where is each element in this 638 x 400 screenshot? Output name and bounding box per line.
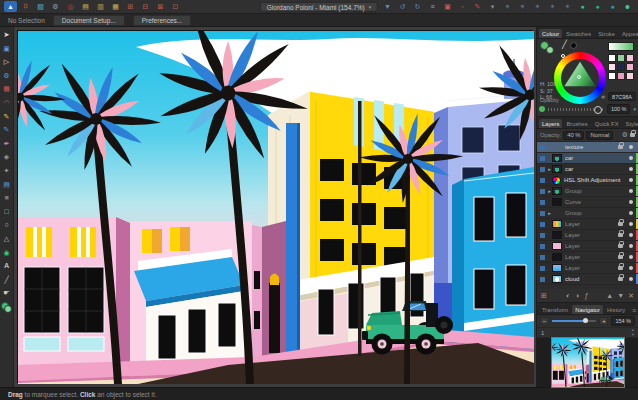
layer-select-square[interactable] (540, 211, 545, 216)
tab-layers[interactable]: Layers (539, 119, 562, 128)
opacity-slider[interactable] (548, 108, 604, 111)
layer-row[interactable]: car (537, 153, 638, 164)
tab-quick-fx[interactable]: Quick FX (592, 119, 622, 128)
view-quality-3[interactable]: ● (606, 1, 619, 12)
colour-swatch[interactable] (617, 63, 625, 71)
geometry-add-button[interactable]: ⊞ (124, 1, 137, 12)
colour-swatch[interactable] (626, 72, 634, 80)
layer-select-square[interactable] (540, 222, 545, 227)
geometry-intersect-button[interactable]: ⊠ (154, 1, 167, 12)
tab-brushes[interactable]: Brushes (563, 119, 590, 128)
more-dropdown[interactable]: ▾ (486, 1, 499, 12)
visibility-dot[interactable] (629, 277, 633, 281)
visibility-dot[interactable] (629, 244, 633, 248)
layer-row[interactable]: Layer (537, 241, 638, 252)
move-tool[interactable]: ➤ (1, 30, 12, 39)
mask-layer-icon[interactable]: ◐ (566, 292, 570, 299)
geometry-subtract-button[interactable]: ⊟ (139, 1, 152, 12)
snapping-target-button[interactable]: ◎ (64, 1, 77, 12)
lock-icon[interactable] (618, 266, 623, 270)
colour-swatch[interactable] (608, 63, 616, 71)
layer-row[interactable]: HSL Shift Adjustment (537, 175, 638, 186)
tab-stroke[interactable]: Stroke (595, 29, 618, 38)
alignment-button[interactable]: ≡ (426, 1, 439, 12)
place-image-tool[interactable]: ▤ (1, 180, 12, 189)
shape-solid-tool[interactable]: ■ (1, 193, 12, 202)
layer-select-square[interactable] (540, 156, 545, 161)
tab-colour[interactable]: Colour (539, 29, 562, 38)
stroke-swatch[interactable] (546, 46, 554, 54)
visibility-dot[interactable] (629, 211, 633, 215)
panel-menu-icon[interactable]: ≡ (632, 307, 636, 314)
colour-swatch[interactable] (626, 54, 634, 62)
tab-swatches[interactable]: Swatches (563, 29, 594, 38)
export-persona-button[interactable]: ▧ (34, 1, 47, 12)
affinity-designer-logo[interactable]: ▲ (4, 1, 17, 12)
eyedropper-icon[interactable]: ╱ (562, 40, 567, 49)
colour-swatch[interactable] (626, 63, 634, 71)
opacity-value[interactable]: 100 % (607, 104, 631, 114)
contour-button[interactable]: ▪ (456, 1, 469, 12)
colour-swatch[interactable] (608, 72, 616, 80)
eraser-tool[interactable]: ◈ (1, 152, 12, 161)
layer-select-square[interactable] (540, 200, 545, 205)
snap-option-1[interactable]: ✶ (501, 1, 514, 12)
layer-row[interactable]: ▸car (537, 164, 638, 175)
visibility-dot[interactable] (629, 178, 633, 182)
view-tool[interactable]: ☛ (1, 288, 12, 297)
layer-row[interactable]: Layer (537, 252, 638, 263)
layer-select-square[interactable] (540, 178, 545, 183)
lock-icon[interactable] (618, 222, 623, 226)
rectangle-tool[interactable]: □ (1, 207, 12, 216)
rotate-cw-button[interactable]: ↻ (411, 1, 424, 12)
vector-brush-tool[interactable]: ✎ (1, 125, 12, 134)
geometry-divide-button[interactable]: ⊡ (169, 1, 182, 12)
pen-tool[interactable]: ✒ (1, 139, 12, 148)
layer-row[interactable]: Layer (537, 230, 638, 241)
view-quality-2[interactable]: ● (591, 1, 604, 12)
node-tool[interactable]: ▷ (1, 57, 12, 66)
layer-select-square[interactable] (540, 167, 545, 172)
layer-row[interactable]: ▸Group (537, 186, 638, 197)
layer-select-square[interactable] (540, 244, 545, 249)
canvas-artwork[interactable] (17, 30, 533, 383)
preferences-button[interactable]: Preferences... (133, 15, 191, 26)
chevron-down-icon[interactable]: ▾ (633, 106, 636, 112)
visibility-dot[interactable] (629, 167, 633, 171)
layer-row[interactable]: ▸Group (537, 208, 638, 219)
layer-row[interactable]: Curve (537, 197, 638, 208)
lock-icon[interactable] (618, 145, 623, 149)
snap-option-5[interactable]: ✶ (561, 1, 574, 12)
flip-vertical-button[interactable]: ▼ (381, 1, 394, 12)
hue-handle[interactable] (561, 54, 565, 58)
text-tool[interactable]: A (1, 261, 12, 270)
sl-handle[interactable] (577, 75, 581, 79)
pixel-persona-button[interactable]: ⠿ (19, 1, 32, 12)
layer-select-square[interactable] (540, 145, 545, 150)
tab-transform[interactable]: Transform (539, 305, 571, 314)
layer-select-square[interactable] (540, 255, 545, 260)
insert-on-top-button[interactable]: ▦ (109, 1, 122, 12)
triangle-tool[interactable]: △ (1, 234, 12, 243)
view-quality-1[interactable]: ● (576, 1, 589, 12)
donut-tool[interactable]: ◉ (1, 248, 12, 257)
visibility-dot[interactable] (629, 145, 633, 149)
layer-select-square[interactable] (540, 189, 545, 194)
colour-swatch[interactable] (608, 54, 616, 62)
layer-settings-gear-icon[interactable]: ⚙ (622, 131, 628, 139)
blend-tool[interactable]: ✦ (1, 166, 12, 175)
layer-row[interactable]: Layer (537, 263, 638, 274)
tab-styles[interactable]: Styles (623, 119, 638, 128)
tab-navigator[interactable]: Navigator (572, 305, 603, 314)
layer-effects-icon[interactable]: ƒ (584, 292, 588, 299)
point-transform-tool[interactable]: ⚙ (1, 71, 12, 80)
tab-history[interactable]: History (604, 305, 628, 314)
colour-picker-tool[interactable]: ╱ (1, 275, 12, 284)
expand-arrow-icon[interactable]: ▸ (547, 210, 552, 216)
rotate-ccw-button[interactable]: ↺ (396, 1, 409, 12)
visibility-dot[interactable] (629, 255, 633, 259)
account-button[interactable]: ☻ (621, 1, 634, 12)
lock-icon[interactable] (618, 255, 623, 259)
add-layer-icon[interactable]: ⊞ (541, 292, 547, 299)
insert-inside-button[interactable]: ▥ (94, 1, 107, 12)
